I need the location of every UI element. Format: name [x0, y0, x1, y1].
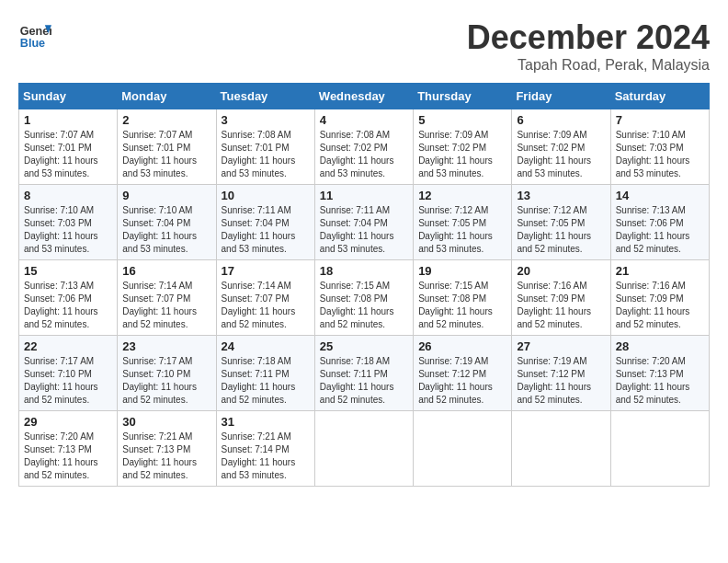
table-row: 4 Sunrise: 7:08 AM Sunset: 7:02 PM Dayli… [314, 109, 413, 185]
day-info: Sunrise: 7:19 AM Sunset: 7:12 PM Dayligh… [418, 355, 506, 407]
table-row: 27 Sunrise: 7:19 AM Sunset: 7:12 PM Dayl… [512, 336, 610, 411]
table-row: 9 Sunrise: 7:10 AM Sunset: 7:04 PM Dayli… [118, 185, 216, 260]
day-number: 16 [122, 264, 210, 278]
title-section: December 2024 Tapah Road, Perak, Malaysi… [467, 18, 710, 74]
table-row: 12 Sunrise: 7:12 AM Sunset: 7:05 PM Dayl… [414, 185, 512, 260]
table-row: 22 Sunrise: 7:17 AM Sunset: 7:10 PM Dayl… [19, 336, 118, 411]
day-number: 10 [222, 189, 310, 202]
day-info: Sunrise: 7:17 AM Sunset: 7:10 PM Dayligh… [24, 355, 112, 407]
month-title: December 2024 [467, 18, 710, 57]
table-row: 21 Sunrise: 7:16 AM Sunset: 7:09 PM Dayl… [610, 260, 709, 336]
table-row: 15 Sunrise: 7:13 AM Sunset: 7:06 PM Dayl… [19, 260, 118, 336]
day-number: 4 [320, 113, 408, 127]
table-row: 16 Sunrise: 7:14 AM Sunset: 7:07 PM Dayl… [118, 260, 216, 336]
day-number: 14 [616, 189, 704, 202]
table-row: 20 Sunrise: 7:16 AM Sunset: 7:09 PM Dayl… [512, 260, 610, 336]
col-friday: Friday [512, 84, 610, 109]
day-info: Sunrise: 7:08 AM Sunset: 7:01 PM Dayligh… [222, 129, 310, 180]
day-info: Sunrise: 7:07 AM Sunset: 7:01 PM Dayligh… [24, 129, 112, 180]
day-number: 26 [418, 339, 506, 353]
table-row [512, 411, 610, 487]
day-info: Sunrise: 7:19 AM Sunset: 7:12 PM Dayligh… [517, 355, 605, 407]
day-number: 18 [320, 264, 408, 278]
table-row: 7 Sunrise: 7:10 AM Sunset: 7:03 PM Dayli… [610, 109, 709, 185]
day-info: Sunrise: 7:12 AM Sunset: 7:05 PM Dayligh… [418, 204, 506, 256]
table-row: 28 Sunrise: 7:20 AM Sunset: 7:13 PM Dayl… [610, 336, 709, 411]
day-number: 24 [222, 339, 310, 353]
day-number: 19 [418, 264, 506, 278]
day-number: 22 [24, 339, 112, 353]
day-number: 11 [320, 189, 408, 202]
day-number: 6 [517, 113, 605, 127]
table-row: 23 Sunrise: 7:17 AM Sunset: 7:10 PM Dayl… [118, 336, 216, 411]
day-number: 30 [122, 415, 210, 429]
col-thursday: Thursday [414, 84, 512, 109]
location: Tapah Road, Perak, Malaysia [467, 57, 710, 74]
day-number: 21 [616, 264, 704, 278]
day-info: Sunrise: 7:16 AM Sunset: 7:09 PM Dayligh… [517, 280, 605, 331]
day-info: Sunrise: 7:14 AM Sunset: 7:07 PM Dayligh… [122, 280, 210, 331]
col-sunday: Sunday [19, 84, 118, 109]
day-info: Sunrise: 7:13 AM Sunset: 7:06 PM Dayligh… [24, 280, 112, 331]
day-number: 20 [517, 264, 605, 278]
table-row: 3 Sunrise: 7:08 AM Sunset: 7:01 PM Dayli… [216, 109, 314, 185]
day-number: 7 [616, 113, 704, 127]
day-number: 15 [24, 264, 112, 278]
table-row: 10 Sunrise: 7:11 AM Sunset: 7:04 PM Dayl… [216, 185, 314, 260]
day-info: Sunrise: 7:21 AM Sunset: 7:13 PM Dayligh… [122, 431, 210, 482]
table-row: 29 Sunrise: 7:20 AM Sunset: 7:13 PM Dayl… [19, 411, 118, 487]
svg-text:Blue: Blue [20, 37, 45, 50]
day-info: Sunrise: 7:18 AM Sunset: 7:11 PM Dayligh… [222, 355, 310, 407]
table-row: 5 Sunrise: 7:09 AM Sunset: 7:02 PM Dayli… [414, 109, 512, 185]
day-info: Sunrise: 7:21 AM Sunset: 7:14 PM Dayligh… [222, 431, 310, 482]
table-row: 19 Sunrise: 7:15 AM Sunset: 7:08 PM Dayl… [414, 260, 512, 336]
day-number: 1 [24, 113, 112, 127]
day-info: Sunrise: 7:10 AM Sunset: 7:03 PM Dayligh… [616, 129, 704, 180]
page-header: General Blue December 2024 Tapah Road, P… [18, 18, 710, 74]
day-number: 12 [418, 189, 506, 202]
table-row: 25 Sunrise: 7:18 AM Sunset: 7:11 PM Dayl… [314, 336, 413, 411]
day-number: 5 [418, 113, 506, 127]
table-row: 13 Sunrise: 7:12 AM Sunset: 7:05 PM Dayl… [512, 185, 610, 260]
day-info: Sunrise: 7:11 AM Sunset: 7:04 PM Dayligh… [320, 204, 408, 256]
table-row: 2 Sunrise: 7:07 AM Sunset: 7:01 PM Dayli… [118, 109, 216, 185]
day-number: 23 [122, 339, 210, 353]
col-wednesday: Wednesday [314, 84, 413, 109]
table-row [610, 411, 709, 487]
table-row: 18 Sunrise: 7:15 AM Sunset: 7:08 PM Dayl… [314, 260, 413, 336]
day-info: Sunrise: 7:10 AM Sunset: 7:03 PM Dayligh… [24, 204, 112, 256]
day-number: 2 [122, 113, 210, 127]
table-row: 26 Sunrise: 7:19 AM Sunset: 7:12 PM Dayl… [414, 336, 512, 411]
day-number: 25 [320, 339, 408, 353]
table-row: 14 Sunrise: 7:13 AM Sunset: 7:06 PM Dayl… [610, 185, 709, 260]
day-info: Sunrise: 7:13 AM Sunset: 7:06 PM Dayligh… [616, 204, 704, 256]
day-info: Sunrise: 7:09 AM Sunset: 7:02 PM Dayligh… [517, 129, 605, 180]
table-row: 1 Sunrise: 7:07 AM Sunset: 7:01 PM Dayli… [19, 109, 118, 185]
day-number: 17 [222, 264, 310, 278]
table-row [314, 411, 413, 487]
col-monday: Monday [118, 84, 216, 109]
day-number: 28 [616, 339, 704, 353]
day-number: 9 [122, 189, 210, 202]
day-info: Sunrise: 7:15 AM Sunset: 7:08 PM Dayligh… [320, 280, 408, 331]
col-tuesday: Tuesday [216, 84, 314, 109]
day-info: Sunrise: 7:10 AM Sunset: 7:04 PM Dayligh… [122, 204, 210, 256]
day-info: Sunrise: 7:08 AM Sunset: 7:02 PM Dayligh… [320, 129, 408, 180]
table-row: 24 Sunrise: 7:18 AM Sunset: 7:11 PM Dayl… [216, 336, 314, 411]
day-info: Sunrise: 7:12 AM Sunset: 7:05 PM Dayligh… [517, 204, 605, 256]
table-row: 11 Sunrise: 7:11 AM Sunset: 7:04 PM Dayl… [314, 185, 413, 260]
day-info: Sunrise: 7:18 AM Sunset: 7:11 PM Dayligh… [320, 355, 408, 407]
day-number: 29 [24, 415, 112, 429]
day-info: Sunrise: 7:15 AM Sunset: 7:08 PM Dayligh… [418, 280, 506, 331]
day-number: 8 [24, 189, 112, 202]
calendar-table: Sunday Monday Tuesday Wednesday Thursday… [18, 83, 710, 487]
table-row: 30 Sunrise: 7:21 AM Sunset: 7:13 PM Dayl… [118, 411, 216, 487]
day-number: 31 [222, 415, 310, 429]
day-info: Sunrise: 7:20 AM Sunset: 7:13 PM Dayligh… [24, 431, 112, 482]
table-row: 31 Sunrise: 7:21 AM Sunset: 7:14 PM Dayl… [216, 411, 314, 487]
day-info: Sunrise: 7:20 AM Sunset: 7:13 PM Dayligh… [616, 355, 704, 407]
day-number: 13 [517, 189, 605, 202]
table-row [414, 411, 512, 487]
logo-icon: General Blue [18, 18, 51, 52]
logo: General Blue [18, 18, 51, 52]
